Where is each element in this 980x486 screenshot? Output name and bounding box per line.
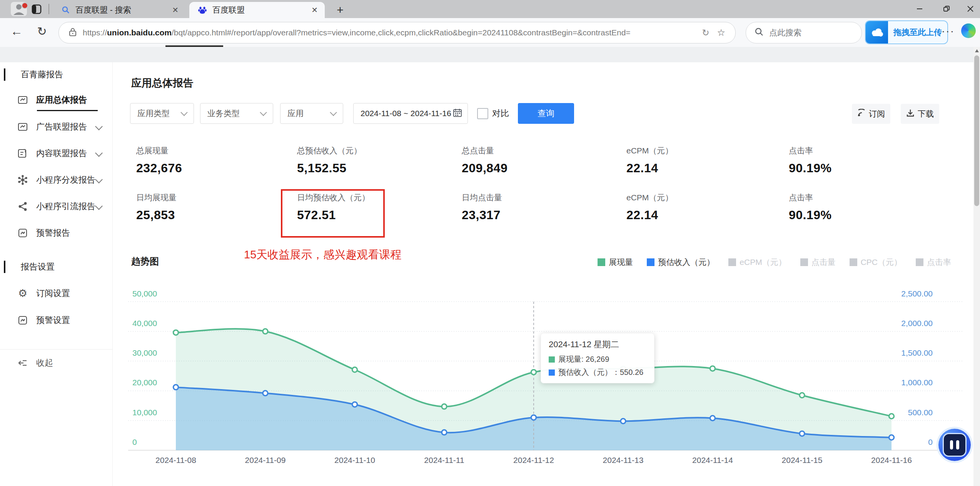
data-point-marker[interactable] — [442, 430, 447, 435]
subscribe-button[interactable]: 订阅 — [852, 104, 890, 124]
chevron-down-icon — [95, 123, 103, 130]
data-point-marker[interactable] — [174, 330, 179, 335]
right-axis-tick: 1,500.00 — [901, 348, 933, 357]
browser-menu-button[interactable]: ··· — [940, 22, 956, 40]
subscribe-label: 订阅 — [869, 108, 885, 119]
data-point-marker[interactable] — [889, 414, 894, 419]
rss-icon — [857, 109, 866, 119]
select-value: 业务类型 — [207, 108, 240, 119]
close-tab-icon[interactable]: ✕ — [311, 5, 318, 15]
close-tab-icon[interactable]: ✕ — [172, 5, 179, 15]
date-range-value: 2024-11-08 ~ 2024-11-16 — [361, 109, 451, 118]
window-minimize-button[interactable] — [911, 3, 928, 15]
select-value: 应用 — [287, 108, 304, 119]
legend-item-cpc[interactable]: CPC（元） — [850, 257, 902, 268]
data-point-marker[interactable] — [352, 402, 357, 407]
data-point-marker[interactable] — [442, 404, 447, 409]
data-point-marker[interactable] — [352, 367, 357, 372]
stat-daily-ctr: 点击率90.19% — [789, 192, 832, 222]
address-bar[interactable]: https://union.baidu.com/bqt/appco.html#/… — [58, 22, 736, 43]
download-button[interactable]: 下载 — [901, 104, 939, 124]
legend-item-ecpm[interactable]: eCPM（元） — [728, 257, 786, 268]
report-icon — [16, 120, 29, 133]
tab-baidu-union[interactable]: 百度联盟 ✕ — [189, 2, 325, 18]
date-range-input[interactable]: 2024-11-08 ~ 2024-11-16 — [353, 103, 468, 124]
sidebar-item-label: 应用总体报告 — [36, 94, 87, 106]
legend-swatch — [916, 258, 923, 266]
stat-total-clicks: 总点击量209,849 — [462, 145, 508, 175]
x-axis-tick: 2024-11-15 — [782, 456, 823, 464]
chevron-down-icon — [95, 176, 103, 183]
window-close-button[interactable] — [962, 3, 979, 15]
window-restore-button[interactable] — [938, 3, 955, 15]
sidebar-section-settings: 报告设置 — [21, 260, 55, 274]
sidebar-item-ad-union-report[interactable]: 广告联盟报告 — [0, 117, 112, 137]
data-point-marker[interactable] — [531, 369, 536, 374]
chart-legend: 展现量 预估收入（元） eCPM（元） 点击量 CPC（元） 点击率 — [481, 257, 951, 268]
trend-chart: 0010,000500.0020,0001,000.0030,0001,500.… — [0, 285, 980, 484]
data-point-marker[interactable] — [889, 435, 894, 440]
data-point-marker[interactable] — [263, 391, 268, 396]
tab-search[interactable]: 百度联盟 - 搜索 ✕ — [53, 2, 185, 18]
stat-total-impressions: 总展现量232,676 — [136, 145, 182, 175]
data-point-marker[interactable] — [800, 431, 805, 436]
new-tab-button[interactable]: + — [333, 3, 347, 17]
data-point-marker[interactable] — [800, 393, 805, 398]
section-marker — [4, 261, 5, 273]
select-value: 应用类型 — [137, 108, 170, 119]
data-point-marker[interactable] — [710, 416, 715, 421]
chevron-down-icon — [95, 202, 103, 210]
compare-checkbox[interactable] — [477, 108, 488, 119]
sidebar-item-alert-report[interactable]: 预警报告 — [0, 223, 112, 243]
browser-search-box[interactable]: 点此搜索 — [746, 22, 862, 43]
x-axis-tick: 2024-11-14 — [692, 456, 733, 464]
data-point-marker[interactable] — [263, 329, 268, 334]
sidebar-item-app-overall-report[interactable]: 应用总体报告 — [0, 90, 112, 110]
sidebar-item-miniapp-distribution-report[interactable]: 小程序分发报告 — [0, 170, 112, 190]
assistant-bot-button[interactable] — [938, 429, 971, 461]
legend-item-clicks[interactable]: 点击量 — [800, 257, 836, 268]
business-type-select[interactable]: 业务类型 — [200, 103, 273, 124]
legend-item-impressions[interactable]: 展现量 — [598, 257, 633, 268]
query-button[interactable]: 查询 — [518, 103, 574, 124]
data-point-marker[interactable] — [174, 385, 179, 390]
data-point-marker[interactable] — [531, 415, 536, 420]
scrollbar-up-arrow-icon[interactable] — [975, 49, 979, 52]
legend-swatch — [800, 258, 808, 266]
workspaces-icon[interactable] — [32, 4, 42, 16]
favorite-star-icon[interactable]: ☆ — [717, 27, 725, 38]
stat-daily-clicks: 日均点击量23,317 — [462, 192, 502, 222]
sidebar-item-miniapp-referral-report[interactable]: 小程序引流报告 — [0, 196, 112, 216]
url-text: https://union.baidu.com/bqt/appco.html#/… — [83, 28, 702, 37]
sidebar-item-label: 预警报告 — [36, 227, 70, 239]
app-select[interactable]: 应用 — [280, 103, 343, 124]
app-type-select[interactable]: 应用类型 — [130, 103, 194, 124]
x-axis-tick: 2024-11-10 — [334, 456, 375, 464]
data-point-marker[interactable] — [621, 419, 626, 424]
active-item-underline — [37, 110, 98, 111]
data-point-marker[interactable] — [710, 366, 715, 371]
tab-title: 百度联盟 - 搜索 — [75, 5, 131, 15]
netdisk-upload-button[interactable]: 拖拽至此上传 — [865, 20, 948, 44]
scrollbar-thumb[interactable] — [974, 55, 979, 206]
legend-item-revenue[interactable]: 预估收入（元） — [647, 257, 715, 268]
stat-ctr: 点击率90.19% — [789, 145, 832, 175]
legend-swatch — [647, 258, 654, 266]
legend-item-ctr[interactable]: 点击率 — [916, 257, 951, 268]
copilot-icon[interactable] — [961, 23, 976, 38]
reload-app-icon[interactable]: ↻ — [702, 28, 709, 38]
refresh-button[interactable]: ↻ — [33, 22, 51, 40]
right-axis-tick: 2,500.00 — [901, 289, 933, 298]
pause-icon — [943, 433, 967, 457]
legend-swatch — [728, 258, 736, 266]
left-axis-tick: 50,000 — [132, 289, 157, 298]
back-button[interactable]: ← — [8, 22, 25, 40]
chevron-down-icon — [95, 149, 103, 157]
right-axis-tick: 1,000.00 — [901, 378, 933, 387]
compare-option: 对比 — [477, 103, 509, 124]
right-axis-tick: 500.00 — [908, 408, 933, 417]
content-report-icon — [16, 147, 29, 160]
upload-label: 拖拽至此上传 — [888, 21, 947, 43]
stat-total-revenue: 总预估收入（元）5,152.55 — [297, 145, 362, 175]
sidebar-item-content-union-report[interactable]: 内容联盟报告 — [0, 143, 112, 163]
